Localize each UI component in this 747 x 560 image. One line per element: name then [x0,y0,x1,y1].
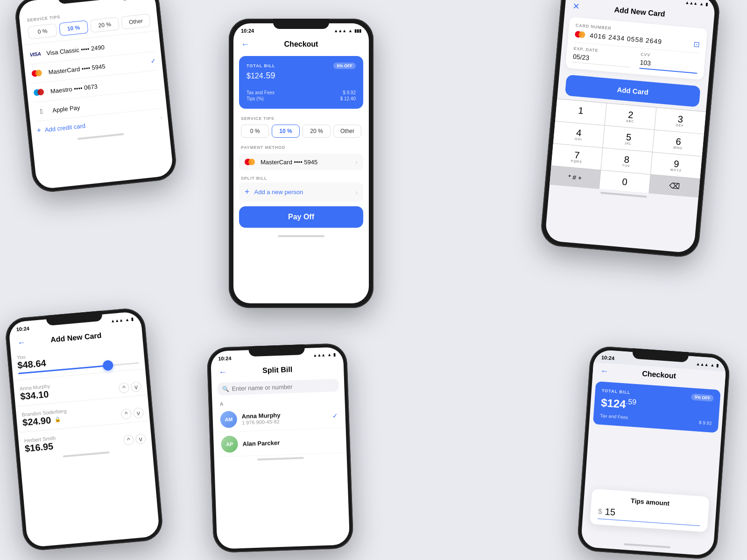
wifi-5: ▲ [327,352,331,357]
split-chevron: › [355,189,358,196]
tip2-10-btn[interactable]: 10 % [272,125,300,138]
time-6: 10:24 [601,355,615,361]
home-indicator-2 [233,232,369,240]
back-arrow-2[interactable]: ← [241,40,249,49]
keypad: 1 2ABC 3DEF 4GHI 5JKL 6MNO 7PQRS 8TUV 9W… [550,98,706,197]
split-plus-icon: + [245,187,250,197]
split-row[interactable]: + Add a new person › [239,182,363,202]
tip-other-btn[interactable]: Other [121,14,151,29]
wifi-4: ▲ [125,317,130,322]
chevron-right-icon: › [160,114,162,121]
tip-10-btn[interactable]: 10 % [59,20,89,36]
mc-icon-checkout [245,158,256,166]
anna-down-btn[interactable]: v [131,381,142,392]
brandon-amount: $24.90 [22,415,51,428]
card-brand-icon [575,30,586,39]
tips-row-2: 0 % 10 % 20 % Other [233,123,369,141]
phone-add-card: ▲▲▲ ▲ ▮ ✕ Add New Card CARD NUMBER 4016 … [540,0,721,259]
method-row[interactable]: MasterCard •••• 5945 › [239,154,363,170]
exp-cvv-row: EXP. DATE 05/23 CVV 103 [572,46,698,74]
add-card-label: Add credit card [44,122,86,133]
anna-amount: $34.10 [20,389,49,402]
tax-label: Tax and Fees [247,90,275,95]
phone-payment-methods: ▲▲▲ ▲ ▮ SERVICE TIPS 0 % 10 % 20 % Other… [14,0,178,194]
applepay-icon:  [34,106,48,117]
method-section: MasterCard •••• 5945 › [233,152,369,172]
signal-2: ▲▲▲ [334,28,346,33]
key-1[interactable]: 1 [555,99,606,125]
key-2[interactable]: 2ABC [605,103,656,129]
battery-2: ▮▮▮ [354,28,361,33]
card-form: CARD NUMBER 4016 2434 0558 2649 ⊡ EXP. D… [565,17,707,80]
home-indicator-6 [581,538,713,554]
tip-0-btn[interactable]: 0 % [28,23,57,39]
bill-label-main: TOTAL BILL [247,63,275,68]
herbert-up-btn[interactable]: ^ [123,434,134,445]
tip2-other-btn[interactable]: Other [333,125,361,138]
payment-list: VISA Visa Classic •••• 2490 MasterCard •… [22,32,167,122]
visa-icon: VISA [28,49,42,60]
tip-20-btn[interactable]: 20 % [90,17,120,33]
key-3[interactable]: 3DEF [655,108,706,134]
anna-initials: AM [225,417,233,423]
anna-stepper: ^ v [119,381,142,393]
anna-info: Anna Murphy 1 976 900-45-82 [241,410,328,425]
lock-icon: 🔒 [55,416,62,423]
phone-split-amounts: 10:24 ▲▲▲ ▲ ▮ ← Add New Card You $48.64 [4,307,164,552]
notch-2 [273,19,329,29]
tip2-20-btn[interactable]: 20 % [303,125,331,138]
battery-4: ▮ [131,317,134,322]
back-arrow-4[interactable]: ← [17,337,26,348]
method-card-name: MasterCard •••• 5945 [261,159,351,166]
phone-checkout-tips: 10:24 ▲▲▲ ▲ ▮ ← Checkout TOTAL BILL 5% O… [577,345,731,560]
scan-icon[interactable]: ⊡ [693,40,700,49]
tips-amount-value[interactable]: 15 [605,506,616,518]
signal-5: ▲▲▲ [313,352,325,357]
checkout-title: Checkout [284,40,318,49]
herbert-down-btn[interactable]: v [135,433,146,444]
wifi-3: ▲ [699,1,704,7]
back-arrow-5[interactable]: ← [218,367,227,377]
alan-info: Alan Parcker [242,437,338,447]
battery-6: ▮ [716,363,719,368]
tips-popup: Tips amount $ 15 [590,489,710,532]
notch-5 [248,344,305,357]
time-2: 10:24 [241,28,254,34]
tips-pct-label: Tips (%) [247,96,264,101]
key-8[interactable]: 8TUV [601,148,652,174]
split-bill-title: Split Bill [262,365,293,375]
discount-badge-main: 5% OFF [333,63,356,69]
bill-tax-row: Tax and Fees $ 9.92 [247,90,356,95]
mastercard-icon [30,68,44,78]
add-card-title: Add New Card [614,6,665,18]
key-4[interactable]: 4GHI [553,121,605,147]
pay-off-button[interactable]: Pay Off [239,206,363,228]
back-arrow-6[interactable]: ← [600,366,609,376]
search-input[interactable] [232,382,334,392]
time-4: 10:24 [16,325,29,332]
search-bar[interactable]: 🔍 [217,379,339,396]
service-tips-label-2: SERVICE TIPS [233,112,369,123]
tips-amount-row: $ 15 [598,506,701,526]
signal-4: ▲▲▲ [111,318,124,323]
key-5[interactable]: 5JKL [603,126,654,152]
signal-1: ▲▲▲ [122,0,137,1]
key-7[interactable]: 7PQRS [551,144,603,170]
close-button[interactable]: ✕ [572,1,580,12]
tip2-0-btn[interactable]: 0 % [241,125,269,138]
key-6[interactable]: 6MNO [653,130,704,156]
anna-check-icon: ✓ [332,412,338,420]
checkout-title-6: Checkout [642,370,677,380]
maestro-icon [32,87,46,98]
discount-badge-6: 5% OFF [691,393,714,401]
check-icon-mc: ✓ [150,57,157,65]
brandon-down-btn[interactable]: v [133,407,144,418]
tips-pct-value: $ 12.40 [340,96,356,101]
tax-label-6: Tax and Fees [600,413,628,420]
tax-value-6: $ 9.92 [699,420,712,426]
method-chevron: › [355,158,358,166]
key-9[interactable]: 9WXYZ [651,152,702,178]
brandon-up-btn[interactable]: ^ [121,408,132,420]
herbert-stepper: ^ v [123,433,146,445]
anna-up-btn[interactable]: ^ [119,382,130,393]
